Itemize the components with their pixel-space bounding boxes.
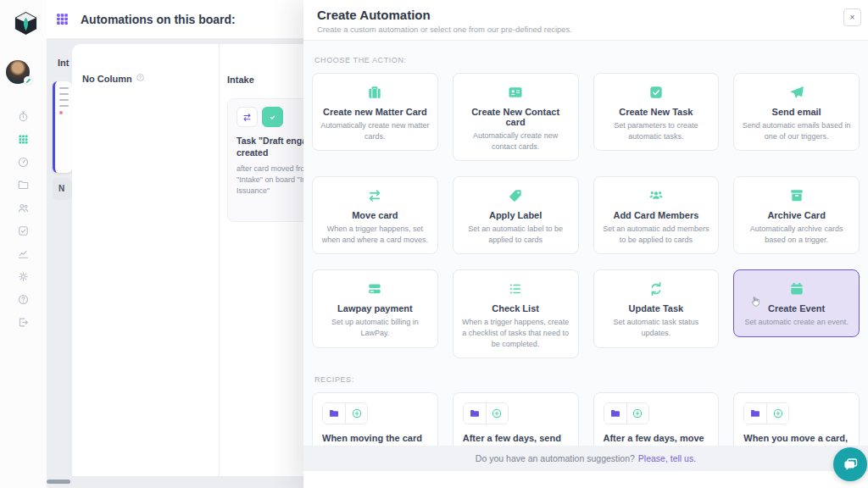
contact-card-icon bbox=[507, 84, 524, 101]
modal-title: Create Automation bbox=[317, 8, 856, 22]
action-card-title: Create New Task bbox=[602, 107, 711, 117]
recipe-card-title: After a few days, move card bbox=[604, 432, 709, 446]
close-button[interactable]: × bbox=[843, 8, 861, 26]
action-card-description: Set parameters to create automatic tasks… bbox=[602, 120, 711, 141]
modal-body: CHOOSE THE ACTION: Create new Matter Car… bbox=[303, 41, 868, 446]
text-line-placeholder bbox=[59, 87, 69, 89]
recipe-card-when-moving-the-card-send-an-email[interactable]: When moving the card send an emailSend a… bbox=[312, 392, 438, 446]
plus-circle-icon bbox=[486, 403, 508, 424]
dashboard-icon[interactable] bbox=[17, 155, 31, 169]
archive-icon bbox=[788, 187, 805, 204]
action-card-send-email[interactable]: Send emailSend automatic emails based in… bbox=[733, 73, 860, 151]
action-card-description: Set automatic create an event. bbox=[742, 317, 851, 328]
horizontal-scrollbar-left[interactable] bbox=[47, 480, 70, 484]
folder-purple-icon bbox=[744, 403, 766, 424]
action-card-title: Send email bbox=[742, 107, 851, 117]
recipe-card-after-a-few-days-move-card[interactable]: After a few days, move cardMove card whe… bbox=[593, 392, 720, 446]
text-line-placeholder bbox=[59, 105, 69, 107]
sync-icon bbox=[648, 280, 665, 297]
action-card-move-card[interactable]: Move cardWhen a trigger happens, set whe… bbox=[312, 176, 438, 254]
action-card-title: Lawpay payment bbox=[320, 303, 430, 313]
recipe-chip-group bbox=[604, 402, 649, 424]
folder-purple-icon bbox=[464, 403, 486, 424]
column-divider bbox=[219, 44, 220, 476]
action-card-title: Apply Label bbox=[461, 210, 570, 220]
board-strip-automation-card[interactable] bbox=[53, 81, 72, 173]
reports-chart-icon[interactable] bbox=[17, 247, 31, 260]
recipe-card-title: After a few days, send an email bbox=[463, 432, 569, 446]
chat-widget-button[interactable] bbox=[833, 447, 867, 481]
action-card-description: When a trigger happens, set when and whe… bbox=[320, 224, 430, 245]
footer-text: Do you have an automation suggestion? bbox=[476, 453, 635, 463]
recipe-chip-group bbox=[463, 402, 509, 424]
users-icon bbox=[648, 187, 665, 204]
recipe-card-title: When moving the card send an email bbox=[322, 432, 428, 446]
page-title: Automations on this board: bbox=[81, 13, 236, 26]
briefcase-icon bbox=[366, 84, 383, 101]
check-square-icon bbox=[262, 107, 283, 127]
logout-icon[interactable] bbox=[17, 315, 31, 329]
action-card-description: Automatically create new matter cards. bbox=[320, 120, 430, 141]
settings-gear-icon[interactable] bbox=[17, 269, 31, 283]
recipe-card-title: When you move a card, create another car… bbox=[743, 432, 849, 446]
action-card-lawpay-payment[interactable]: Lawpay paymentSet up automatic billing i… bbox=[312, 269, 438, 347]
stopwatch-icon[interactable] bbox=[17, 109, 31, 123]
edit-pencil-icon bbox=[24, 76, 32, 85]
action-card-create-new-task[interactable]: Create New TaskSet parameters to create … bbox=[593, 73, 720, 151]
recipe-cards-grid: When moving the card send an emailSend a… bbox=[312, 392, 860, 446]
action-card-check-list[interactable]: Check ListWhen a trigger happens, create… bbox=[453, 269, 579, 358]
action-card-update-task[interactable]: Update TaskSet automatic task status upd… bbox=[593, 269, 720, 347]
board-column-intake: Intake bbox=[227, 75, 254, 85]
exchange-icon bbox=[366, 187, 383, 204]
tag-icon bbox=[507, 187, 524, 204]
help-icon[interactable] bbox=[17, 292, 31, 306]
column-title: Intake bbox=[227, 75, 254, 85]
recipe-card-when-you-move-a-card-create-another-card[interactable]: When you move a card, create another car… bbox=[733, 392, 860, 446]
paper-plane-icon bbox=[788, 84, 805, 101]
text-line-placeholder bbox=[59, 99, 69, 101]
action-card-apply-label[interactable]: Apply LabelSet an automatic label to be … bbox=[453, 176, 579, 254]
text-line-placeholder bbox=[59, 93, 69, 95]
action-card-description: Automatically create new contact cards. bbox=[461, 130, 570, 152]
boards-grid-icon[interactable] bbox=[17, 132, 31, 146]
action-card-title: Archive Card bbox=[742, 210, 851, 220]
check-square-icon bbox=[648, 84, 665, 101]
board-column-no-column: No Column bbox=[82, 73, 145, 84]
recipe-card-after-a-few-days-send-an-email[interactable]: After a few days, send an emailSend an e… bbox=[453, 392, 579, 446]
tasks-icon[interactable] bbox=[17, 224, 31, 237]
info-circle-icon[interactable] bbox=[136, 73, 145, 84]
action-card-create-new-contact-card[interactable]: Create New Contact cardAutomatically cre… bbox=[453, 73, 579, 161]
purple-grid-icon bbox=[55, 12, 70, 26]
board-strip-new-chip[interactable]: N bbox=[53, 178, 72, 200]
tell-us-link[interactable]: Please, tell us. bbox=[638, 453, 696, 463]
action-card-title: Move card bbox=[320, 210, 430, 220]
action-card-description: Set automatic task status updates. bbox=[602, 317, 711, 338]
list-icon bbox=[507, 280, 524, 297]
exchange-icon bbox=[236, 107, 258, 127]
contacts-icon[interactable] bbox=[17, 201, 31, 214]
recipes-section-label: RECIPES: bbox=[314, 375, 860, 384]
action-cards-grid: Create new Matter CardAutomatically crea… bbox=[312, 73, 860, 358]
lawcus-logo[interactable] bbox=[13, 10, 39, 36]
modal-subtitle: Create a custom automation or select one… bbox=[317, 25, 856, 34]
plus-circle-icon bbox=[345, 403, 367, 424]
plus-circle-icon bbox=[626, 403, 648, 424]
modal-bottom-strip bbox=[303, 471, 868, 488]
action-card-title: Create new Matter Card bbox=[320, 107, 430, 117]
recipe-chip-group bbox=[322, 402, 368, 424]
app-root: Int N No Column Intake bbox=[0, 0, 868, 488]
action-card-add-card-members[interactable]: Add Card MembersSet an automatic add mem… bbox=[593, 176, 720, 254]
board-strip-column-title: Int bbox=[58, 58, 69, 68]
folder-icon[interactable] bbox=[17, 178, 31, 191]
action-card-description: Set an automatic add members to be appli… bbox=[602, 224, 711, 245]
user-avatar[interactable] bbox=[6, 60, 30, 84]
action-card-archive-card[interactable]: Archive CardAutomatically archive cards … bbox=[733, 176, 860, 254]
modal-footer: Do you have an automation suggestion? Pl… bbox=[303, 446, 868, 471]
modal-header: Create Automation Create a custom automa… bbox=[303, 0, 868, 41]
pink-dot-badge bbox=[59, 111, 63, 114]
action-card-title: Create New Contact card bbox=[461, 107, 570, 127]
action-card-title: Add Card Members bbox=[602, 210, 711, 220]
action-card-title: Update Task bbox=[602, 303, 711, 313]
action-card-create-new-matter-card[interactable]: Create new Matter CardAutomatically crea… bbox=[312, 73, 438, 151]
action-card-description: When a trigger happens, create a checkli… bbox=[461, 317, 570, 349]
